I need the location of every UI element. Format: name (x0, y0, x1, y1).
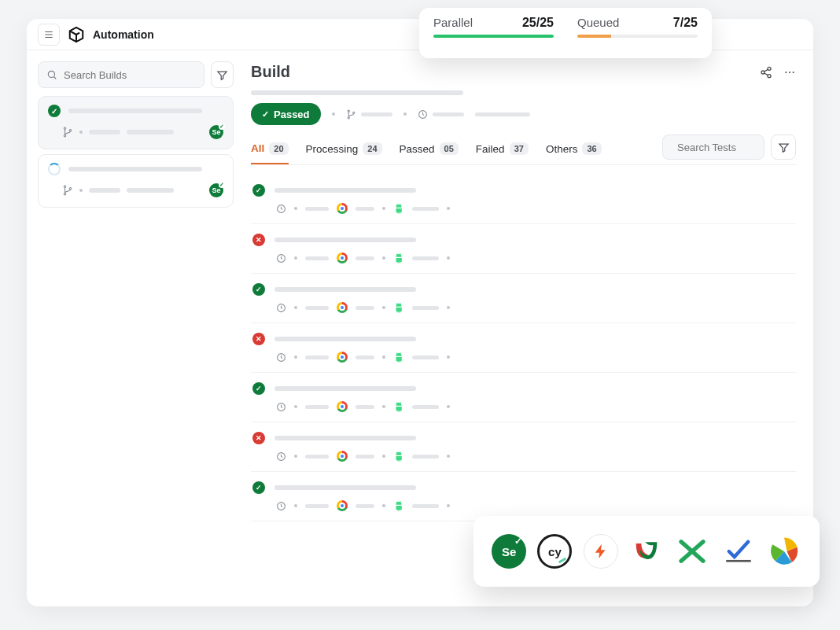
tool-selenium[interactable]: Se (492, 534, 526, 569)
separator-dot (447, 306, 450, 309)
tab-passed[interactable]: Passed05 (400, 136, 459, 164)
separator-dot (382, 504, 385, 507)
placeholder (412, 455, 439, 459)
more-icon[interactable] (783, 66, 796, 79)
svg-point-8 (761, 71, 764, 74)
svg-point-12 (793, 71, 794, 72)
android-icon (393, 352, 404, 363)
tab-others[interactable]: Others36 (546, 136, 602, 164)
test-row[interactable] (251, 323, 796, 373)
tab-label: Passed (400, 143, 435, 155)
placeholder (89, 130, 120, 134)
separator-dot (447, 356, 450, 359)
stat-value: 25/25 (522, 16, 554, 30)
test-row[interactable] (251, 175, 796, 224)
test-row-meta (252, 500, 793, 511)
placeholder (274, 337, 416, 341)
chrome-icon (337, 302, 348, 313)
filter-tests-button[interactable] (771, 134, 796, 160)
svg-point-1 (64, 127, 65, 129)
test-row-meta (252, 352, 793, 363)
placeholder (305, 504, 329, 508)
share-icon[interactable] (760, 66, 772, 79)
placeholder (274, 287, 416, 292)
placeholder (361, 112, 392, 116)
placeholder (412, 306, 439, 310)
test-row-header (252, 283, 793, 296)
parallel-queued-card: Parallel 25/25 Queued 7/25 (419, 8, 712, 58)
main-title: Build (251, 63, 290, 81)
svg-point-13 (348, 110, 349, 112)
test-row[interactable] (251, 224, 796, 274)
svg-point-10 (785, 71, 787, 72)
filter-builds-button[interactable] (211, 61, 234, 88)
tab-count: 24 (363, 142, 381, 155)
sidebar-search[interactable] (38, 61, 204, 88)
placeholder (412, 256, 439, 260)
build-card[interactable]: Se (38, 154, 234, 208)
chrome-icon (337, 352, 348, 363)
stat-parallel: Parallel 25/25 (433, 16, 554, 52)
logo-icon (68, 26, 85, 43)
search-tests[interactable] (662, 134, 764, 160)
test-row-header (252, 382, 793, 395)
search-builds-input[interactable] (64, 69, 196, 81)
tab-count: 37 (510, 142, 529, 155)
chrome-icon (337, 500, 348, 511)
separator-dot (294, 207, 297, 210)
test-row[interactable] (251, 373, 796, 422)
stat-bar-fill (577, 35, 611, 38)
placeholder (274, 386, 416, 391)
placeholder (412, 504, 439, 508)
separator-dot (382, 256, 385, 260)
test-row-meta (252, 401, 793, 412)
test-row-header (252, 184, 793, 197)
placeholder (305, 356, 329, 359)
separator-dot (447, 207, 450, 210)
status-fail-icon (252, 333, 265, 345)
tool-cypress[interactable]: cy (537, 534, 572, 569)
tool-playwright[interactable] (629, 534, 664, 569)
test-row[interactable] (251, 472, 796, 521)
menu-button[interactable] (38, 24, 60, 46)
tab-failed[interactable]: Failed37 (476, 136, 529, 164)
placeholder (356, 504, 374, 508)
tab-processing[interactable]: Processing24 (306, 136, 382, 164)
tab-all[interactable]: All20 (251, 136, 289, 164)
tab-count: 05 (440, 142, 459, 155)
clock-icon (276, 303, 286, 313)
app-title: Automation (93, 28, 154, 41)
separator-dot (382, 356, 385, 359)
separator-dot (294, 455, 297, 458)
clock-icon (276, 451, 286, 462)
test-row[interactable] (251, 422, 796, 472)
search-icon (46, 69, 57, 80)
stat-label: Queued (577, 16, 619, 29)
build-meta: Passed (251, 90, 796, 125)
placeholder (305, 455, 329, 459)
separator-dot (79, 131, 83, 134)
tool-lightning[interactable] (584, 534, 618, 569)
svg-point-3 (69, 130, 71, 131)
placeholder (127, 130, 174, 134)
test-row-header (252, 333, 793, 345)
stat-bar (433, 35, 554, 38)
status-row: Passed (251, 103, 796, 125)
tool-testcafe[interactable] (675, 534, 709, 569)
placeholder (89, 188, 120, 193)
filter-icon (778, 142, 790, 153)
svg-point-15 (352, 112, 354, 113)
stat-value: 7/25 (673, 16, 698, 30)
sidebar-search-row (38, 61, 234, 88)
separator-dot (332, 112, 335, 116)
tool-k6[interactable] (721, 534, 756, 569)
clock-icon (276, 204, 286, 214)
status-fail-icon (252, 234, 265, 246)
chrome-icon (337, 203, 348, 214)
tool-canvas[interactable] (767, 534, 801, 569)
test-row[interactable] (251, 274, 796, 323)
tab-count: 36 (582, 142, 601, 155)
status-pass-icon (252, 184, 265, 197)
svg-point-6 (69, 188, 71, 190)
build-card[interactable]: Se (38, 96, 234, 149)
